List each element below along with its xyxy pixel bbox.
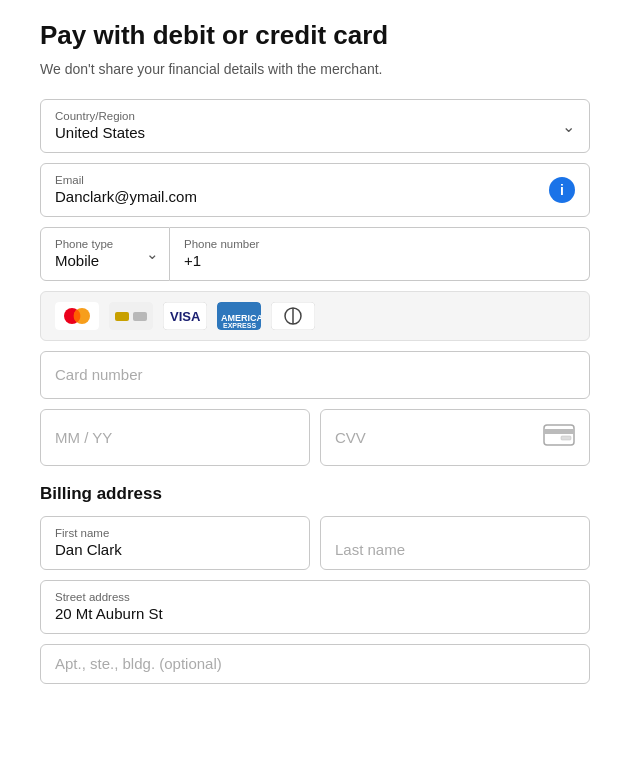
svg-rect-16: [561, 436, 571, 440]
street-address-value: 20 Mt Auburn St: [55, 605, 163, 622]
svg-rect-14: [544, 425, 574, 445]
street-address-label: Street address: [55, 591, 575, 603]
expiry-placeholder: MM / YY: [55, 429, 112, 446]
country-region-label: Country/Region: [55, 110, 575, 122]
page-title: Pay with debit or credit card: [40, 20, 590, 51]
maestro-icon: [109, 302, 153, 330]
first-name-label: First name: [55, 527, 295, 539]
country-region-field[interactable]: Country/Region United States ⌄: [40, 99, 590, 153]
svg-text:EXPRESS: EXPRESS: [223, 322, 256, 329]
svg-rect-5: [133, 312, 147, 321]
email-value: Danclark@ymail.com: [55, 188, 197, 205]
expiry-field[interactable]: MM / YY: [40, 409, 310, 466]
cvv-card-icon: [543, 424, 575, 451]
first-name-field[interactable]: First name Dan Clark: [40, 516, 310, 570]
phone-type-label: Phone type: [55, 238, 155, 250]
amex-icon: AMERICAN EXPRESS: [217, 302, 261, 330]
phone-type-chevron-icon: ⌄: [146, 245, 159, 263]
mastercard-icon: [55, 302, 99, 330]
country-region-value: United States: [55, 124, 145, 141]
apt-field[interactable]: Apt., ste., bldg. (optional): [40, 644, 590, 684]
svg-rect-15: [544, 429, 574, 434]
info-icon[interactable]: i: [549, 177, 575, 203]
card-icons-row: VISA AMERICAN EXPRESS: [40, 291, 590, 341]
phone-type-value: Mobile: [55, 252, 99, 269]
chevron-down-icon: ⌄: [562, 117, 575, 136]
apt-placeholder: Apt., ste., bldg. (optional): [55, 655, 222, 672]
diners-icon: [271, 302, 315, 330]
page-subtitle: We don't share your financial details wi…: [40, 61, 590, 77]
name-row: First name Dan Clark Last name: [40, 516, 590, 570]
expiry-cvv-row: MM / YY CVV: [40, 409, 590, 466]
card-number-placeholder: Card number: [55, 366, 143, 383]
phone-row: Phone type Mobile ⌄ Phone number +1: [40, 227, 590, 281]
cvv-placeholder: CVV: [335, 429, 366, 446]
billing-address-heading: Billing address: [40, 484, 590, 504]
phone-type-field[interactable]: Phone type Mobile ⌄: [40, 227, 170, 281]
last-name-field[interactable]: Last name: [320, 516, 590, 570]
card-number-field[interactable]: Card number: [40, 351, 590, 399]
svg-text:VISA: VISA: [170, 309, 201, 324]
email-field[interactable]: Email Danclark@ymail.com i: [40, 163, 590, 217]
phone-number-field[interactable]: Phone number +1: [170, 227, 590, 281]
street-address-field[interactable]: Street address 20 Mt Auburn St: [40, 580, 590, 634]
svg-rect-4: [115, 312, 129, 321]
email-label: Email: [55, 174, 575, 186]
phone-number-value: +1: [184, 252, 201, 269]
visa-icon: VISA: [163, 302, 207, 330]
phone-number-label: Phone number: [184, 238, 575, 250]
cvv-field[interactable]: CVV: [320, 409, 590, 466]
first-name-value: Dan Clark: [55, 541, 122, 558]
last-name-placeholder: Last name: [335, 527, 575, 558]
